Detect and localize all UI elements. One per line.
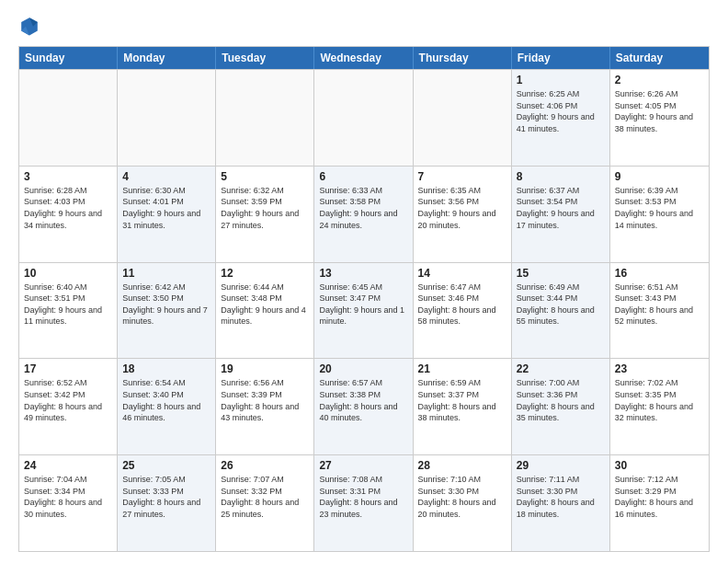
day-number: 20 [319, 362, 407, 375]
cal-cell: 6Sunrise: 6:33 AM Sunset: 3:58 PM Daylig… [314, 167, 413, 262]
header-day-friday: Friday [512, 47, 610, 69]
week-row-5: 24Sunrise: 7:04 AM Sunset: 3:34 PM Dayli… [19, 454, 709, 551]
cell-detail: Sunrise: 7:11 AM Sunset: 3:30 PM Dayligh… [517, 474, 605, 520]
cal-cell: 27Sunrise: 7:08 AM Sunset: 3:31 PM Dayli… [314, 455, 413, 551]
calendar-body: 1Sunrise: 6:25 AM Sunset: 4:06 PM Daylig… [19, 69, 709, 551]
day-number: 7 [418, 170, 506, 183]
header-day-tuesday: Tuesday [216, 47, 314, 69]
cell-detail: Sunrise: 6:39 AM Sunset: 3:53 PM Dayligh… [615, 185, 704, 231]
day-number: 30 [615, 459, 704, 472]
day-number: 17 [24, 362, 112, 375]
cal-cell: 25Sunrise: 7:05 AM Sunset: 3:33 PM Dayli… [118, 455, 216, 551]
day-number: 19 [221, 362, 309, 375]
cal-cell [118, 70, 216, 166]
cal-cell: 1Sunrise: 6:25 AM Sunset: 4:06 PM Daylig… [512, 70, 610, 166]
cal-cell: 24Sunrise: 7:04 AM Sunset: 3:34 PM Dayli… [19, 455, 118, 551]
day-number: 28 [418, 459, 506, 472]
logo-icon [18, 15, 40, 37]
cell-detail: Sunrise: 6:42 AM Sunset: 3:50 PM Dayligh… [122, 282, 210, 327]
cell-detail: Sunrise: 6:35 AM Sunset: 3:56 PM Dayligh… [418, 185, 506, 231]
cal-cell: 12Sunrise: 6:44 AM Sunset: 3:48 PM Dayli… [216, 263, 314, 359]
cell-detail: Sunrise: 7:02 AM Sunset: 3:35 PM Dayligh… [615, 377, 704, 423]
day-number: 10 [24, 267, 112, 280]
cell-detail: Sunrise: 6:30 AM Sunset: 4:01 PM Dayligh… [122, 185, 210, 231]
cal-cell: 15Sunrise: 6:49 AM Sunset: 3:44 PM Dayli… [512, 263, 610, 359]
cell-detail: Sunrise: 6:56 AM Sunset: 3:39 PM Dayligh… [221, 377, 309, 423]
day-number: 29 [517, 459, 605, 472]
week-row-4: 17Sunrise: 6:52 AM Sunset: 3:42 PM Dayli… [19, 358, 709, 454]
cell-detail: Sunrise: 6:25 AM Sunset: 4:06 PM Dayligh… [517, 88, 605, 134]
cell-detail: Sunrise: 6:40 AM Sunset: 3:51 PM Dayligh… [24, 282, 112, 327]
cal-cell: 16Sunrise: 6:51 AM Sunset: 3:43 PM Dayli… [610, 263, 709, 359]
cal-cell: 30Sunrise: 7:12 AM Sunset: 3:29 PM Dayli… [610, 455, 709, 551]
header [18, 15, 710, 37]
cal-cell: 21Sunrise: 6:59 AM Sunset: 3:37 PM Dayli… [414, 359, 512, 454]
cell-detail: Sunrise: 7:04 AM Sunset: 3:34 PM Dayligh… [24, 474, 112, 520]
day-number: 21 [418, 362, 506, 375]
day-number: 6 [319, 170, 407, 183]
cal-cell: 18Sunrise: 6:54 AM Sunset: 3:40 PM Dayli… [118, 359, 216, 454]
cell-detail: Sunrise: 7:08 AM Sunset: 3:31 PM Dayligh… [319, 474, 407, 520]
cal-cell: 23Sunrise: 7:02 AM Sunset: 3:35 PM Dayli… [610, 359, 709, 454]
cell-detail: Sunrise: 6:26 AM Sunset: 4:05 PM Dayligh… [615, 88, 704, 134]
cal-cell: 26Sunrise: 7:07 AM Sunset: 3:32 PM Dayli… [216, 455, 314, 551]
cell-detail: Sunrise: 6:54 AM Sunset: 3:40 PM Dayligh… [122, 377, 210, 423]
cell-detail: Sunrise: 7:10 AM Sunset: 3:30 PM Dayligh… [418, 474, 506, 520]
svg-marker-0 [21, 17, 38, 35]
day-number: 12 [221, 267, 309, 280]
day-number: 15 [517, 267, 605, 280]
cal-cell [314, 70, 413, 166]
calendar: SundayMondayTuesdayWednesdayThursdayFrid… [18, 46, 710, 552]
header-day-sunday: Sunday [19, 47, 118, 69]
header-day-monday: Monday [118, 47, 216, 69]
cal-cell: 13Sunrise: 6:45 AM Sunset: 3:47 PM Dayli… [314, 263, 413, 359]
cell-detail: Sunrise: 6:49 AM Sunset: 3:44 PM Dayligh… [517, 282, 605, 327]
day-number: 5 [221, 170, 309, 183]
cell-detail: Sunrise: 6:44 AM Sunset: 3:48 PM Dayligh… [221, 282, 309, 327]
cal-cell: 7Sunrise: 6:35 AM Sunset: 3:56 PM Daylig… [414, 167, 512, 262]
cell-detail: Sunrise: 6:52 AM Sunset: 3:42 PM Dayligh… [24, 377, 112, 423]
week-row-1: 1Sunrise: 6:25 AM Sunset: 4:06 PM Daylig… [19, 69, 709, 166]
cell-detail: Sunrise: 7:12 AM Sunset: 3:29 PM Dayligh… [615, 474, 704, 520]
day-number: 16 [615, 267, 704, 280]
day-number: 25 [122, 459, 210, 472]
cal-cell: 3Sunrise: 6:28 AM Sunset: 4:03 PM Daylig… [19, 167, 118, 262]
calendar-header: SundayMondayTuesdayWednesdayThursdayFrid… [19, 47, 709, 69]
day-number: 23 [615, 362, 704, 375]
cal-cell [414, 70, 512, 166]
cal-cell: 22Sunrise: 7:00 AM Sunset: 3:36 PM Dayli… [512, 359, 610, 454]
day-number: 26 [221, 459, 309, 472]
cal-cell [216, 70, 314, 166]
cell-detail: Sunrise: 7:05 AM Sunset: 3:33 PM Dayligh… [122, 474, 210, 520]
cell-detail: Sunrise: 7:07 AM Sunset: 3:32 PM Dayligh… [221, 474, 309, 520]
day-number: 22 [517, 362, 605, 375]
day-number: 14 [418, 267, 506, 280]
day-number: 9 [615, 170, 704, 183]
day-number: 27 [319, 459, 407, 472]
cal-cell: 8Sunrise: 6:37 AM Sunset: 3:54 PM Daylig… [512, 167, 610, 262]
cal-cell: 2Sunrise: 6:26 AM Sunset: 4:05 PM Daylig… [610, 70, 709, 166]
day-number: 1 [517, 74, 605, 86]
cell-detail: Sunrise: 7:00 AM Sunset: 3:36 PM Dayligh… [517, 377, 605, 423]
cal-cell: 17Sunrise: 6:52 AM Sunset: 3:42 PM Dayli… [19, 359, 118, 454]
cal-cell: 28Sunrise: 7:10 AM Sunset: 3:30 PM Dayli… [414, 455, 512, 551]
cal-cell: 10Sunrise: 6:40 AM Sunset: 3:51 PM Dayli… [19, 263, 118, 359]
cell-detail: Sunrise: 6:59 AM Sunset: 3:37 PM Dayligh… [418, 377, 506, 423]
logo [18, 15, 44, 37]
day-number: 4 [122, 170, 210, 183]
cal-cell: 11Sunrise: 6:42 AM Sunset: 3:50 PM Dayli… [118, 263, 216, 359]
header-day-wednesday: Wednesday [314, 47, 413, 69]
cell-detail: Sunrise: 6:37 AM Sunset: 3:54 PM Dayligh… [517, 185, 605, 231]
day-number: 18 [122, 362, 210, 375]
cal-cell [19, 70, 118, 166]
header-day-thursday: Thursday [414, 47, 512, 69]
day-number: 2 [615, 74, 704, 86]
page: SundayMondayTuesdayWednesdayThursdayFrid… [0, 0, 728, 563]
day-number: 13 [319, 267, 407, 280]
cell-detail: Sunrise: 6:28 AM Sunset: 4:03 PM Dayligh… [24, 185, 112, 231]
week-row-3: 10Sunrise: 6:40 AM Sunset: 3:51 PM Dayli… [19, 262, 709, 359]
cal-cell: 5Sunrise: 6:32 AM Sunset: 3:59 PM Daylig… [216, 167, 314, 262]
cell-detail: Sunrise: 6:51 AM Sunset: 3:43 PM Dayligh… [615, 282, 704, 327]
cell-detail: Sunrise: 6:33 AM Sunset: 3:58 PM Dayligh… [319, 185, 407, 231]
cal-cell: 29Sunrise: 7:11 AM Sunset: 3:30 PM Dayli… [512, 455, 610, 551]
